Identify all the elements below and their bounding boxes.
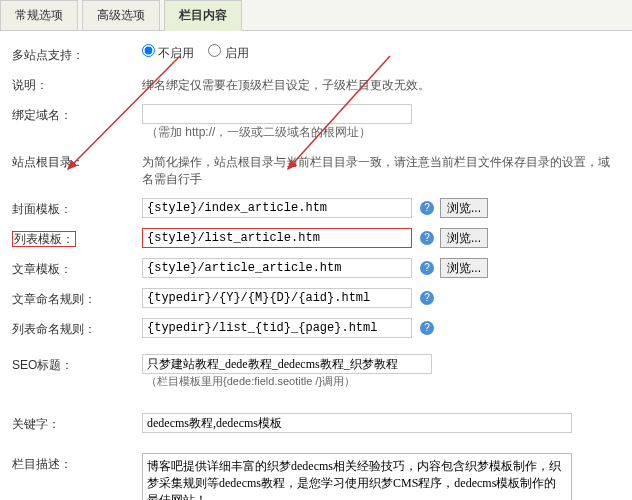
desc-textarea[interactable]: 博客吧提供详细丰富的织梦dedecms相关经验技巧，内容包含织梦模板制作，织梦采… bbox=[142, 453, 572, 500]
help-icon[interactable]: ? bbox=[420, 321, 434, 335]
list-browse-button[interactable]: 浏览... bbox=[440, 228, 488, 248]
explain-label: 说明： bbox=[12, 74, 142, 94]
seo-hint: （栏目模板里用{dede:field.seotitle /}调用） bbox=[146, 374, 355, 389]
keywords-input[interactable] bbox=[142, 413, 572, 433]
list-label: 列表模板： bbox=[12, 228, 142, 248]
multisite-on[interactable]: 启用 bbox=[208, 44, 248, 62]
binddomain-input[interactable] bbox=[142, 104, 412, 124]
help-icon[interactable]: ? bbox=[420, 231, 434, 245]
siteroot-text: 为简化操作，站点根目录与当前栏目目录一致，请注意当前栏目文件保存目录的设置，域名… bbox=[142, 151, 620, 188]
seo-input[interactable] bbox=[142, 354, 432, 374]
desc-label: 栏目描述： bbox=[12, 453, 142, 473]
keywords-label: 关键字： bbox=[12, 413, 142, 433]
artrule-input[interactable] bbox=[142, 288, 412, 308]
siteroot-label: 站点根目录： bbox=[12, 151, 142, 171]
article-input[interactable] bbox=[142, 258, 412, 278]
artrule-label: 文章命名规则： bbox=[12, 288, 142, 308]
listrule-input[interactable] bbox=[142, 318, 412, 338]
explain-text: 绑名绑定仅需要在顶级栏目设定，子级栏目更改无效。 bbox=[142, 74, 430, 94]
binddomain-label: 绑定域名： bbox=[12, 104, 142, 124]
help-icon[interactable]: ? bbox=[420, 201, 434, 215]
article-label: 文章模板： bbox=[12, 258, 142, 278]
tab-general[interactable]: 常规选项 bbox=[0, 0, 78, 30]
list-input[interactable] bbox=[142, 228, 412, 248]
cover-browse-button[interactable]: 浏览... bbox=[440, 198, 488, 218]
article-browse-button[interactable]: 浏览... bbox=[440, 258, 488, 278]
help-icon[interactable]: ? bbox=[420, 261, 434, 275]
help-icon[interactable]: ? bbox=[420, 291, 434, 305]
multisite-label: 多站点支持： bbox=[12, 44, 142, 64]
tab-content[interactable]: 栏目内容 bbox=[164, 0, 242, 31]
cover-input[interactable] bbox=[142, 198, 412, 218]
cover-label: 封面模板： bbox=[12, 198, 142, 218]
listrule-label: 列表命名规则： bbox=[12, 318, 142, 338]
binddomain-hint: （需加 http://，一级或二级域名的根网址） bbox=[146, 124, 371, 141]
seo-label: SEO标题： bbox=[12, 354, 142, 374]
multisite-off[interactable]: 不启用 bbox=[142, 44, 194, 62]
tab-advanced[interactable]: 高级选项 bbox=[82, 0, 160, 30]
